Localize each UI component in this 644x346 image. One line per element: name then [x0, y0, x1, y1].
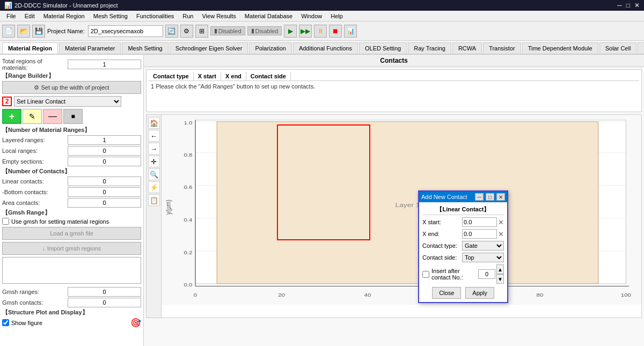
- misc-contact-btn[interactable]: ■: [63, 109, 83, 124]
- x-end-clear-icon[interactable]: ✕: [498, 230, 504, 238]
- modal-minimize-btn[interactable]: ─: [475, 193, 484, 201]
- edit-contact-btn[interactable]: ✎: [23, 109, 42, 124]
- play-btn[interactable]: ▶: [284, 25, 297, 38]
- config-tool-btn[interactable]: ⚡: [148, 181, 160, 193]
- local-ranges-row: Local ranges:: [2, 146, 141, 156]
- gmsh-contacts-row: Gmsh contacts:: [2, 298, 141, 307]
- menu-window[interactable]: Window: [297, 12, 326, 20]
- tab-thermal[interactable]: Thermal: [638, 42, 644, 54]
- save-btn[interactable]: 💾: [32, 25, 45, 38]
- svg-text:y(μm): y(μm): [164, 200, 172, 215]
- modal-x-end-input[interactable]: [462, 229, 497, 239]
- open-btn[interactable]: 📂: [17, 25, 30, 38]
- title-text: 2D-DDCC Simulator - Unnamed project: [14, 2, 118, 9]
- menu-file[interactable]: File: [2, 12, 20, 20]
- setup-width-btn[interactable]: ⚙ Set up the width of project: [2, 81, 141, 94]
- maximize-btn[interactable]: □: [626, 2, 630, 9]
- linear-contacts-input[interactable]: [68, 176, 141, 186]
- tab-mesh-setting[interactable]: Mesh Setting: [122, 42, 168, 54]
- modal-contact-side-row: Contact side: Top Bottom Left Right: [422, 253, 504, 262]
- project-name-input[interactable]: [88, 25, 163, 37]
- modal-x-start-input[interactable]: [462, 217, 497, 227]
- gmsh-contacts-input[interactable]: [68, 298, 141, 307]
- modal-close-btn[interactable]: ✕: [496, 193, 505, 201]
- pan-tool-btn[interactable]: ✛: [148, 156, 160, 167]
- settings-btn[interactable]: ⚙: [180, 25, 193, 38]
- modal-maximize-btn[interactable]: □: [486, 193, 494, 201]
- empty-sections-input[interactable]: [68, 157, 141, 166]
- tab-time-dependent[interactable]: Time Dependent Module: [522, 42, 598, 54]
- bottom-contacts-input[interactable]: [68, 187, 141, 197]
- tab-material-region[interactable]: Material Region: [2, 42, 58, 55]
- tab-solar-cell[interactable]: Solar Cell: [599, 42, 637, 54]
- tab-oled[interactable]: OLED Setting: [359, 42, 407, 54]
- show-figure-checkbox[interactable]: [2, 319, 9, 326]
- svg-text:0.8: 0.8: [184, 151, 192, 157]
- modal-apply-button[interactable]: Apply: [465, 287, 494, 299]
- back-tool-btn[interactable]: ←: [148, 130, 160, 142]
- menu-material-database[interactable]: Material Database: [240, 12, 297, 20]
- play-all-btn[interactable]: ▶▶: [299, 25, 312, 38]
- remove-contact-btn[interactable]: —: [43, 109, 62, 124]
- modal-contact-side-select[interactable]: Top Bottom Left Right: [462, 253, 504, 262]
- stepper-up-btn[interactable]: ▲: [496, 264, 504, 274]
- menu-material-region[interactable]: Material Region: [39, 12, 89, 20]
- import-gmsh-btn[interactable]: ↓ Import gmsh regions: [2, 242, 141, 255]
- x-start-clear-icon[interactable]: ✕: [498, 218, 504, 226]
- disabled-label-2: Disabled: [255, 28, 279, 34]
- svg-text:Layer 1: Layer 1: [396, 201, 420, 209]
- add-contact-btn[interactable]: +: [2, 109, 21, 124]
- menu-edit[interactable]: Edit: [20, 12, 39, 20]
- modal-close-button[interactable]: Close: [432, 287, 461, 299]
- right-panel: Contacts Contact type X start X end Cont…: [144, 55, 644, 346]
- use-gmsh-checkbox[interactable]: [2, 218, 9, 225]
- chart-btn[interactable]: 📊: [344, 25, 357, 38]
- disabled-icon-1: ▮: [214, 27, 217, 34]
- tab-material-parameter[interactable]: Material Parameter: [59, 42, 121, 54]
- total-regions-row: Total regions of materials:: [2, 58, 141, 71]
- area-contacts-input[interactable]: [68, 198, 141, 208]
- structure-plot-label: 【Structure Plot and Display】: [2, 308, 141, 316]
- use-gmsh-label: Use gmsh for setting material regions: [11, 218, 109, 225]
- show-figure-row: Show figure 🎯: [2, 318, 141, 328]
- minimize-btn[interactable]: ─: [617, 2, 622, 9]
- stepper-down-btn[interactable]: ▼: [496, 274, 504, 284]
- tab-schrodinger[interactable]: Schrodinger Eigen Solver: [170, 42, 248, 54]
- modal-titlebar-controls: ─ □ ✕: [474, 193, 505, 201]
- bottom-contacts-row: -Bottom contacts:: [2, 187, 141, 197]
- load-gmsh-btn[interactable]: Load a gmsh file: [2, 227, 141, 240]
- stop-btn[interactable]: ⏹: [329, 25, 342, 38]
- modal-insert-checkbox[interactable]: [422, 271, 429, 278]
- modal-contact-type-select[interactable]: Gate Ohmic Schottky: [462, 241, 504, 251]
- menu-view-results[interactable]: View Results: [197, 12, 240, 20]
- close-btn[interactable]: ✕: [634, 2, 640, 9]
- menu-functionalities[interactable]: Functionalities: [132, 12, 178, 20]
- tab-polarization[interactable]: Polarization: [249, 42, 291, 54]
- linear-contacts-row: Linear contacts:: [2, 176, 141, 186]
- tab-transistor[interactable]: Transistor: [483, 42, 521, 54]
- gmsh-range-label: 【Gmsh Range】: [2, 209, 141, 217]
- total-regions-input[interactable]: [68, 60, 141, 69]
- menu-run[interactable]: Run: [178, 12, 197, 20]
- grid-btn[interactable]: ⊞: [195, 25, 208, 38]
- gmsh-ranges-input[interactable]: [68, 287, 141, 297]
- menu-mesh-setting[interactable]: Mesh Setting: [89, 12, 132, 20]
- refresh-btn[interactable]: 🔄: [165, 25, 178, 38]
- layered-ranges-input[interactable]: [68, 135, 141, 145]
- layered-ranges-row: Layered ranges:: [2, 135, 141, 145]
- menu-help[interactable]: Help: [326, 12, 347, 20]
- gmsh-textarea[interactable]: [2, 257, 141, 284]
- set-linear-contact-dropdown[interactable]: Set Linear Contact: [14, 96, 121, 107]
- tab-additional[interactable]: Additional Functions: [293, 42, 358, 54]
- zoom-tool-btn[interactable]: 🔍: [148, 168, 160, 180]
- tab-ray-tracing[interactable]: Ray Tracing: [408, 42, 451, 54]
- modal-stepper-input[interactable]: [478, 269, 495, 279]
- new-btn[interactable]: 📄: [2, 25, 15, 38]
- home-tool-btn[interactable]: 🏠: [148, 117, 160, 129]
- forward-tool-btn[interactable]: →: [148, 143, 160, 154]
- menu-bar: File Edit Material Region Mesh Setting F…: [0, 11, 644, 21]
- local-ranges-input[interactable]: [68, 146, 141, 156]
- save-tool-btn[interactable]: 📋: [148, 194, 160, 206]
- tab-rcwa[interactable]: RCWA: [452, 42, 482, 54]
- pause-btn[interactable]: ⏸: [314, 25, 327, 38]
